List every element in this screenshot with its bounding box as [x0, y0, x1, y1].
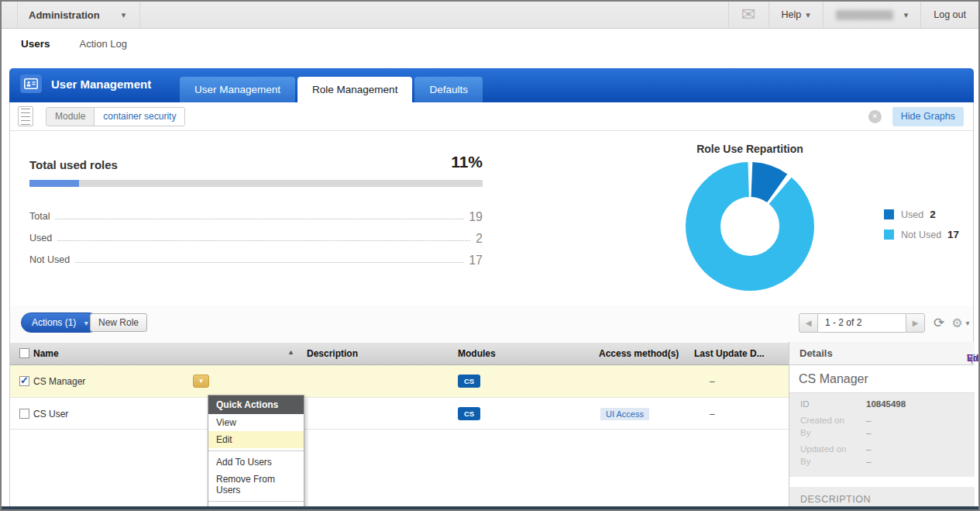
dotted-leader — [57, 240, 470, 241]
last-update-value: – — [710, 376, 715, 387]
app-menu[interactable]: Administration ▾ — [17, 2, 140, 28]
tab-defaults[interactable]: Defaults — [414, 77, 483, 102]
filter-field-label: Module — [46, 108, 95, 126]
module-filter-chip[interactable]: Module container security — [46, 107, 185, 126]
mail-button[interactable]: ✉ — [728, 2, 768, 28]
detail-field-updated-by: By – — [789, 457, 975, 469]
column-header-name[interactable]: Name — [33, 348, 59, 359]
user-card-icon — [20, 74, 42, 93]
column-header-modules[interactable]: Modules — [458, 348, 496, 359]
menu-item-add-to-users[interactable]: Add To Users — [208, 454, 304, 471]
dotted-leader — [55, 219, 463, 219]
select-all-checkbox[interactable] — [19, 348, 29, 358]
menu-divider — [208, 451, 304, 451]
chevron-down-icon: ▾ — [199, 377, 203, 385]
detail-field-updated-on: Updated on – — [789, 444, 975, 457]
details-edit-link[interactable]: Edit — [967, 353, 980, 364]
column-header-access[interactable]: Access method(s) — [599, 348, 679, 359]
page-title: User Management — [51, 78, 151, 91]
graphs-section: Total used roles 11% Total 19 Used — [10, 131, 973, 306]
role-use-repartition-chart: Role Use Repartition — [661, 131, 839, 306]
tab-role-management[interactable]: Role Management — [297, 77, 412, 102]
app-menu-label: Administration — [29, 9, 100, 21]
pagination: ◀ 1 - 2 of 2 ▶ ⟳ ⚙ ▾ — [799, 313, 970, 333]
chart-legend: Used 2 Not Used 17 — [884, 209, 959, 249]
donut-chart — [679, 155, 821, 298]
chevron-down-icon: ▾ — [122, 10, 126, 20]
next-page-button[interactable]: ▶ — [906, 313, 925, 333]
stat-row-total: Total 19 — [29, 202, 483, 224]
filter-bar: Module container security ✕ Hide Graphs — [10, 102, 973, 131]
details-title: Details — [799, 347, 833, 359]
field-label: Updated on — [800, 444, 846, 454]
clear-filter-button[interactable]: ✕ — [868, 110, 882, 123]
usage-progress-fill — [29, 180, 79, 187]
field-value: – — [866, 444, 871, 454]
role-name[interactable]: CS Manager — [33, 376, 85, 387]
help-menu[interactable]: Help ▾ — [769, 2, 823, 28]
field-value: 10845498 — [866, 399, 906, 409]
tab-user-management[interactable]: User Management — [180, 77, 295, 102]
app-window: Administration ▾ ✉ Help ▾ ▾ Log out User… — [0, 0, 980, 511]
stat-label: Used — [29, 233, 52, 246]
total-used-roles-widget: Total used roles 11% Total 19 Used — [29, 153, 483, 268]
legend-label: Not Used — [901, 230, 941, 240]
field-label: By — [800, 428, 810, 437]
actions-button[interactable]: Actions (1) ▾ — [21, 312, 99, 333]
logout-label: Log out — [934, 9, 966, 20]
stat-label: Total — [29, 211, 50, 224]
chevron-down-icon: ▾ — [806, 10, 810, 20]
filter-list-icon[interactable] — [18, 106, 33, 126]
user-menu[interactable]: ▾ — [823, 2, 921, 28]
legend-swatch-used — [884, 209, 894, 219]
mail-icon: ✉ — [741, 7, 755, 22]
access-method-chip: UI Access — [600, 408, 649, 420]
stats-title: Total used roles — [29, 158, 118, 171]
detail-field-created-on: Created on – — [789, 416, 975, 428]
window-bottom-edge — [2, 506, 978, 509]
row-checkbox[interactable] — [19, 376, 29, 386]
pagination-range[interactable]: 1 - 2 of 2 — [818, 313, 906, 333]
panel-body: Module container security ✕ Hide Graphs … — [9, 102, 974, 511]
menu-item-remove-from-users[interactable]: Remove From Users — [208, 471, 304, 499]
prev-page-button[interactable]: ◀ — [799, 313, 818, 333]
last-update-value: – — [710, 409, 715, 420]
column-header-description[interactable]: Description — [307, 348, 358, 359]
filter-field-value: container security — [95, 108, 184, 126]
menu-item-edit[interactable]: Edit — [208, 431, 304, 448]
row-checkbox[interactable] — [19, 409, 29, 419]
stat-label: Not Used — [29, 254, 70, 268]
chart-title: Role Use Repartition — [661, 143, 839, 155]
stat-row-not-used: Not Used 17 — [29, 246, 483, 268]
panel-tabs: User Management Role Management Defaults — [180, 77, 485, 102]
new-role-button[interactable]: New Role — [90, 313, 147, 332]
quick-actions-trigger[interactable]: ▾ — [193, 375, 209, 388]
field-value: – — [866, 428, 871, 437]
refresh-icon[interactable]: ⟳ — [934, 315, 944, 331]
field-label: By — [800, 457, 810, 466]
quick-actions-menu: Quick Actions View Edit Add To Users Rem… — [208, 395, 304, 511]
user-name-redacted — [836, 10, 893, 20]
field-value: – — [866, 457, 871, 466]
table-header: Name ▲ Description Modules Access method… — [10, 343, 973, 365]
legend-item-used: Used 2 — [884, 209, 959, 220]
hide-graphs-button[interactable]: Hide Graphs — [892, 107, 964, 126]
role-name[interactable]: CS User — [33, 409, 68, 420]
subnav-item-action-log[interactable]: Action Log — [80, 38, 127, 50]
legend-value: 17 — [947, 229, 959, 240]
dotted-leader — [75, 262, 463, 263]
legend-value: 2 — [930, 209, 936, 220]
logout-button[interactable]: Log out — [920, 2, 978, 28]
stats-percent: 11% — [451, 153, 483, 171]
close-icon: ✕ — [872, 112, 879, 120]
column-header-last-update[interactable]: Last Update D... — [694, 348, 765, 359]
subnav-item-users[interactable]: Users — [21, 38, 50, 50]
menu-item-view[interactable]: View — [208, 414, 304, 431]
details-panel: CS Manager ID 10845498 Created on – By – — [789, 365, 975, 511]
sort-asc-icon[interactable]: ▲ — [287, 348, 294, 356]
gear-icon[interactable]: ⚙ — [951, 316, 962, 330]
module-subnav: Users Action Log — [2, 29, 978, 57]
field-label: ID — [800, 399, 810, 409]
chevron-down-icon[interactable]: ▾ — [966, 319, 970, 327]
stat-value: 17 — [469, 254, 483, 268]
